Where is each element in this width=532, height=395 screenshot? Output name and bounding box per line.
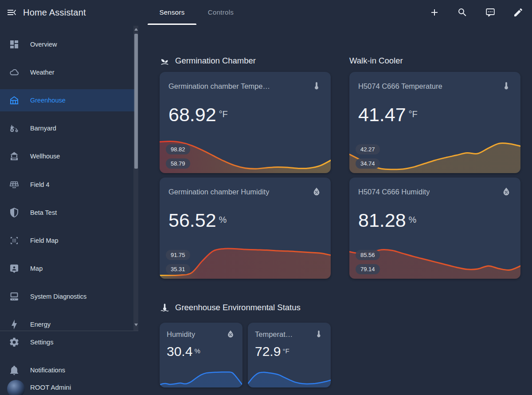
sidebar-item-greenhouse[interactable]: Greenhouse [0,89,136,111]
tab-sensors[interactable]: Sensors [148,0,196,25]
sidebar-item-wellhouse[interactable]: Wellhouse [0,145,136,167]
header-actions [429,7,524,18]
thermometer-icon [501,81,512,91]
sensor-value: 72.9°F [255,344,289,359]
max-badge: 42.27 [356,144,380,154]
sidebar-item-notifications[interactable]: Notifications [0,359,136,381]
section-title: Walk-in Cooler [349,56,403,66]
sidebar-item-map[interactable]: Map [0,257,136,280]
thermometer-icon [311,81,322,91]
dashboard-icon [9,39,20,50]
well-icon [9,151,20,162]
sidebar-item-field-map[interactable]: Field Map [0,229,136,252]
sensor-value: 56.52% [168,209,227,231]
section-heading-environment: Greenhouse Environmental Status [160,302,301,313]
sensor-card-env-temperature[interactable]: Temperat… 72.9°F [248,323,331,387]
max-badge: 85.56 [356,250,380,260]
page-title: Home Assistant [23,0,86,25]
cloud-icon [9,67,20,78]
sidebar: Overview Weather Greenhouse Barnyard [0,25,138,395]
search-icon[interactable] [457,7,468,18]
card-title: Humidity [167,330,195,339]
card-title: Temperat… [255,330,293,339]
sidebar-item-system-diagnostics[interactable]: System Diagnostics [0,285,136,308]
thermometer-water-icon [160,303,170,313]
section-heading-cooler: Walk-in Cooler [349,55,403,66]
sidebar-item-settings[interactable]: Settings [0,331,136,353]
min-badge: 35.31 [166,264,190,274]
bell-icon [9,365,20,375]
thermometer-icon [314,329,324,339]
humidity-icon [311,186,322,197]
shield-icon [9,207,20,218]
humidity-icon [501,186,512,197]
scrollbar-up-arrow[interactable] [134,28,138,31]
sidebar-toggle-icon[interactable] [6,7,17,18]
max-badge: 91.75 [166,250,190,260]
lightning-icon [9,319,20,330]
min-badge: 79.14 [356,264,380,274]
sensor-sparkline [160,365,243,387]
sidebar-item-weather[interactable]: Weather [0,61,136,83]
sensor-value: 81.28% [358,209,416,231]
sensor-card-germination-temperature[interactable]: Germination chamber Tempe… 68.92°F 98.82… [160,72,331,173]
sensor-card-cooler-temperature[interactable]: H5074 C666 Temperature 41.47°F 42.27 34.… [349,72,520,173]
main-content: Germination Chamber Germination chamber … [138,25,532,395]
sprout-icon [160,56,170,66]
solar-panel-icon [9,179,20,190]
max-badge: 98.82 [166,144,190,154]
sensor-sparkline [248,365,331,387]
user-name: ROOT Admini [30,383,71,391]
user-avatar[interactable] [7,380,25,395]
card-title: Germination chamber Humidity [168,188,269,196]
humidity-icon [226,329,235,339]
sensor-value: 68.92°F [168,104,228,126]
section-title: Germination Chamber [175,56,256,66]
card-title: Germination chamber Tempe… [168,82,270,91]
sidebar-item-beta-test[interactable]: Beta Test [0,201,136,224]
assist-chat-icon[interactable] [485,7,496,18]
desktop-icon [9,291,20,302]
min-badge: 34.74 [356,158,380,169]
sensor-card-cooler-humidity[interactable]: H5074 C666 Humidity 81.28% 85.56 79.14 [349,178,520,279]
scan-grid-icon [9,235,20,246]
view-tabs: Sensors Controls [148,0,245,25]
sidebar-item-field4[interactable]: Field 4 [0,174,136,196]
sidebar-bottom-section: Settings Notifications ROOT Admini [0,331,138,395]
min-badge: 58.79 [166,158,190,169]
card-title: H5074 C666 Temperature [358,82,442,91]
plus-icon[interactable] [429,7,440,18]
gear-icon [9,337,20,348]
sidebar-item-overview[interactable]: Overview [0,33,136,55]
active-tab-underline [148,24,196,25]
map-marker-account-icon [9,263,20,274]
edit-pencil-icon[interactable] [513,7,524,18]
tractor-icon [9,123,20,134]
sidebar-item-barnyard[interactable]: Barnyard [0,117,136,139]
section-heading-germination: Germination Chamber [160,55,256,66]
greenhouse-icon [9,95,20,106]
card-title: H5074 C666 Humidity [358,188,430,196]
sensor-value: 41.47°F [358,104,418,126]
sensor-value: 30.4% [167,344,200,359]
app-header: Home Assistant Sensors Controls [0,0,532,25]
sensor-card-env-humidity[interactable]: Humidity 30.4% [160,323,243,387]
scrollbar-down-arrow[interactable] [134,324,138,326]
sensor-card-germination-humidity[interactable]: Germination chamber Humidity 56.52% 91.7… [160,178,331,279]
scrollbar-thumb[interactable] [134,34,138,169]
tab-controls[interactable]: Controls [196,0,245,25]
section-title: Greenhouse Environmental Status [175,303,301,312]
